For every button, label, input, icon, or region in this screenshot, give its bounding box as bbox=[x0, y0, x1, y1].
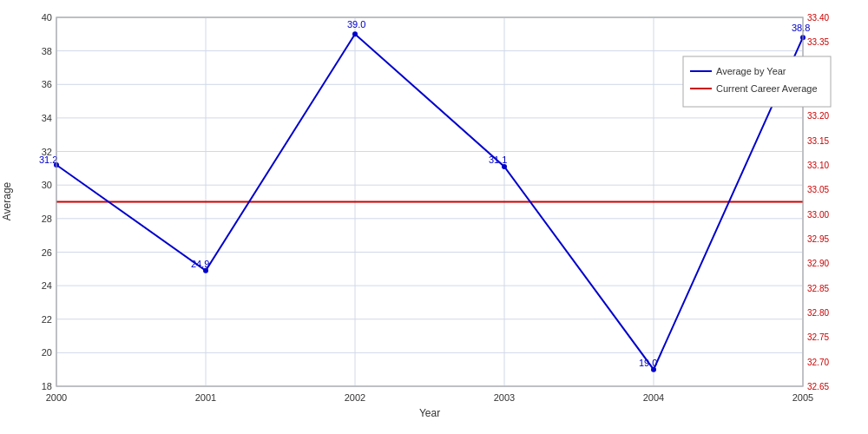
svg-text:20: 20 bbox=[42, 347, 52, 358]
legend-box bbox=[683, 56, 831, 107]
x-axis-title: Year bbox=[419, 407, 440, 419]
svg-text:31.1: 31.1 bbox=[489, 155, 507, 165]
svg-text:33.40: 33.40 bbox=[807, 13, 829, 23]
legend-label-avg: Average by Year bbox=[716, 66, 786, 76]
svg-text:32.95: 32.95 bbox=[807, 234, 829, 244]
svg-text:18: 18 bbox=[42, 381, 52, 391]
svg-text:28: 28 bbox=[42, 214, 52, 224]
svg-text:39.0: 39.0 bbox=[347, 19, 365, 30]
svg-text:33.05: 33.05 bbox=[807, 185, 829, 194]
svg-text:22: 22 bbox=[42, 314, 52, 325]
svg-text:33.10: 33.10 bbox=[807, 161, 829, 170]
svg-text:32.70: 32.70 bbox=[807, 358, 829, 367]
svg-text:33.15: 33.15 bbox=[807, 136, 829, 146]
svg-text:2003: 2003 bbox=[494, 392, 515, 403]
svg-text:32.85: 32.85 bbox=[807, 284, 829, 293]
svg-text:34: 34 bbox=[42, 113, 52, 123]
legend-label-career: Current Career Average bbox=[716, 83, 818, 94]
svg-point-55 bbox=[352, 31, 358, 36]
svg-text:33.20: 33.20 bbox=[807, 111, 829, 121]
svg-text:36: 36 bbox=[42, 79, 52, 89]
svg-text:2004: 2004 bbox=[643, 392, 664, 403]
chart-container: 40 38 36 34 32 30 28 26 24 22 20 18 Aver… bbox=[0, 0, 868, 434]
svg-text:19.0: 19.0 bbox=[639, 358, 657, 368]
svg-text:2002: 2002 bbox=[345, 392, 365, 403]
svg-text:30: 30 bbox=[42, 180, 52, 190]
chart-svg: 40 38 36 34 32 30 28 26 24 22 20 18 Aver… bbox=[0, 0, 868, 434]
svg-text:32.75: 32.75 bbox=[807, 332, 829, 342]
svg-text:40: 40 bbox=[42, 12, 52, 23]
svg-text:24: 24 bbox=[42, 280, 52, 291]
x-axis-labels: 2000 2001 2002 2003 2004 2005 bbox=[46, 392, 813, 403]
svg-text:32.80: 32.80 bbox=[807, 308, 829, 318]
svg-text:32.65: 32.65 bbox=[807, 382, 829, 391]
svg-text:2001: 2001 bbox=[195, 392, 216, 403]
svg-text:2005: 2005 bbox=[792, 392, 813, 403]
svg-text:24.9: 24.9 bbox=[191, 259, 209, 269]
svg-text:38: 38 bbox=[42, 46, 52, 56]
svg-text:26: 26 bbox=[42, 247, 52, 258]
svg-text:33.00: 33.00 bbox=[807, 210, 829, 220]
svg-text:38.8: 38.8 bbox=[792, 23, 810, 33]
svg-text:32.90: 32.90 bbox=[807, 259, 829, 268]
svg-text:33.35: 33.35 bbox=[807, 37, 829, 47]
y-axis-left-labels: 40 38 36 34 32 30 28 26 24 22 20 18 bbox=[42, 12, 52, 391]
svg-text:2000: 2000 bbox=[46, 392, 67, 403]
svg-text:31.2: 31.2 bbox=[39, 155, 57, 165]
y-axis-left-title: Average bbox=[1, 181, 13, 220]
